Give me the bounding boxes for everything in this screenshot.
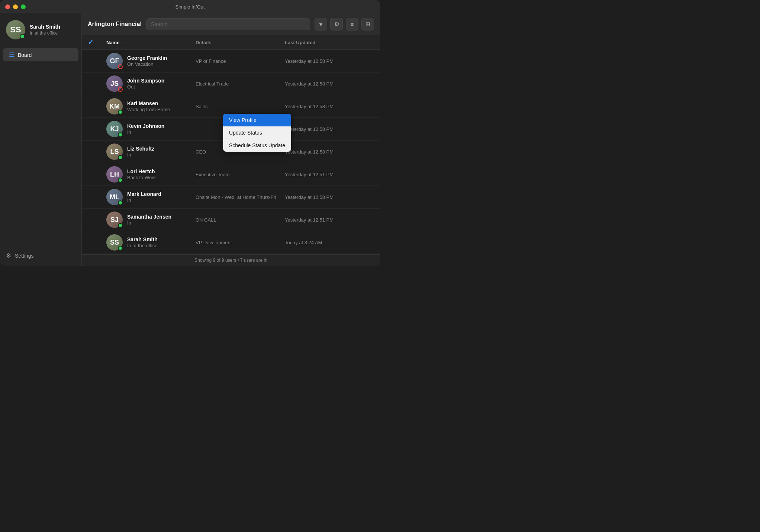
person-name: Mark Leonard — [127, 191, 161, 197]
person-name: Liz Schultz — [127, 146, 154, 152]
status-text: Showing 9 of 9 users • 7 users are in — [194, 258, 267, 263]
check-all-icon[interactable]: ✓ — [88, 38, 93, 46]
sidebar: SS Sarah Smith In at the office ☰ Board … — [0, 13, 82, 266]
status-dot — [118, 223, 123, 228]
profile-status-dot — [20, 34, 25, 39]
titlebar: Simple In/Out — [0, 0, 380, 13]
gear-icon: ⚙ — [6, 252, 11, 259]
table-row[interactable]: JS John Sampson Out Electrical Trade Yes… — [82, 72, 380, 95]
person-status: Working from Home — [127, 107, 170, 112]
status-dot — [118, 110, 123, 115]
gear-icon: ⚙ — [334, 21, 339, 28]
avatar-wrap: JS — [106, 75, 123, 92]
maximize-button[interactable] — [21, 4, 26, 9]
board-label: Board — [18, 52, 32, 58]
org-name: Arlington Financial — [88, 21, 142, 28]
profile-info: Sarah Smith In at the office — [30, 24, 75, 36]
table-row[interactable]: SS Sarah Smith In at the office VP Devel… — [82, 231, 380, 254]
person-name: George Franklin — [127, 55, 167, 61]
table-row[interactable]: ML Mark Leonard In Onsite Mon - Wed, at … — [82, 186, 380, 209]
avatar-wrap: SS — [106, 234, 123, 251]
status-dot — [118, 246, 123, 251]
main-content: Arlington Financial ▼ ⚙ ≡ ⊞ — [82, 13, 380, 266]
row-updated: Yesterday at 12:51 PM — [285, 172, 374, 177]
row-updated: Today at 8:24 AM — [285, 240, 374, 245]
person-status: Out — [127, 84, 164, 90]
name-header: Name ↑ — [106, 40, 123, 45]
th-name[interactable]: Name ↑ — [106, 38, 196, 46]
avatar: SS — [6, 20, 25, 39]
table-row[interactable]: LH Lori Hertch Back to Work Executive Te… — [82, 163, 380, 186]
row-person: JS John Sampson Out — [106, 75, 196, 92]
row-person: LS Liz Schultz In — [106, 144, 196, 160]
th-check: ✓ — [88, 38, 106, 46]
context-menu-schedule-status[interactable]: Schedule Status Update — [223, 139, 291, 152]
person-name: Samantha Jensen — [127, 214, 171, 220]
profile-name: Sarah Smith — [30, 24, 75, 30]
board-icon: ☰ — [9, 51, 14, 58]
row-updated: Yesterday at 12:58 PM — [285, 194, 374, 200]
row-detail: ON CALL — [196, 217, 285, 223]
person-status: On Vacation — [127, 61, 167, 67]
context-menu: View Profile Update Status Schedule Stat… — [223, 114, 291, 152]
search-wrap — [146, 18, 310, 30]
table-row[interactable]: KM Kari Mansen Working from Home Sales Y… — [82, 95, 380, 118]
row-person: KM Kari Mansen Working from Home — [106, 98, 196, 115]
status-dot — [118, 64, 123, 69]
table-header: ✓ Name ↑ Details Last Updated — [82, 35, 380, 50]
row-detail: VP of Finance — [196, 58, 285, 64]
sidebar-nav: ☰ Board — [0, 45, 81, 64]
table-row[interactable]: GF George Franklin On Vacation VP of Fin… — [82, 50, 380, 72]
window-controls[interactable] — [5, 4, 26, 9]
toolbar: Arlington Financial ▼ ⚙ ≡ ⊞ — [82, 13, 380, 35]
row-updated: Yesterday at 12:58 PM — [285, 58, 374, 64]
row-updated: Yesterday at 12:58 PM — [285, 149, 374, 155]
person-name: Sarah Smith — [127, 236, 158, 242]
context-menu-view-profile[interactable]: View Profile — [223, 114, 291, 126]
close-button[interactable] — [5, 4, 10, 9]
avatar-wrap: SJ — [106, 212, 123, 228]
row-detail: Electrical Trade — [196, 81, 285, 87]
filter-button[interactable]: ▼ — [315, 18, 327, 30]
status-dot — [118, 178, 123, 183]
row-detail: Onsite Mon - Wed, at Home Thurs-Fri — [196, 194, 285, 200]
person-name: John Sampson — [127, 78, 164, 84]
status-dot — [118, 200, 123, 205]
person-status: In at the office — [127, 243, 158, 248]
row-updated: Yesterday at 12:58 PM — [285, 81, 374, 87]
filter-icon: ▼ — [318, 21, 324, 28]
list-view-button[interactable]: ≡ — [346, 18, 358, 30]
table-row[interactable]: SJ Samantha Jensen In ON CALL Yesterday … — [82, 209, 380, 231]
table-body: GF George Franklin On Vacation VP of Fin… — [82, 50, 380, 254]
person-name: Lori Hertch — [127, 168, 156, 174]
grid-view-button[interactable]: ⊞ — [361, 18, 374, 30]
avatar-wrap: LH — [106, 166, 123, 183]
toolbar-actions: ▼ ⚙ ≡ ⊞ — [315, 18, 374, 30]
settings-item[interactable]: ⚙ Settings — [0, 248, 81, 266]
person-status: In — [127, 152, 154, 158]
sidebar-item-board[interactable]: ☰ Board — [3, 48, 78, 61]
settings-button[interactable]: ⚙ — [330, 18, 343, 30]
th-last-updated: Last Updated — [285, 38, 374, 46]
grid-icon: ⊞ — [365, 21, 370, 28]
row-detail: Sales — [196, 104, 285, 109]
sidebar-profile[interactable]: SS Sarah Smith In at the office — [0, 13, 81, 45]
profile-status: In at the office — [30, 30, 75, 36]
search-input[interactable] — [146, 18, 310, 30]
status-bar: Showing 9 of 9 users • 7 users are in — [82, 254, 380, 266]
row-updated: Yesterday at 12:58 PM — [285, 126, 374, 132]
row-person: GF George Franklin On Vacation — [106, 53, 196, 69]
status-dot — [118, 132, 123, 137]
status-dot — [118, 87, 123, 92]
row-person: ML Mark Leonard In — [106, 189, 196, 205]
person-name: Kevin Johnson — [127, 123, 164, 129]
row-person: SS Sarah Smith In at the office — [106, 234, 196, 251]
avatar-wrap: ML — [106, 189, 123, 205]
context-menu-update-status[interactable]: Update Status — [223, 126, 291, 139]
minimize-button[interactable] — [13, 4, 18, 9]
row-detail: Executive Team — [196, 172, 285, 177]
avatar-wrap: LS — [106, 144, 123, 160]
settings-label: Settings — [15, 253, 34, 259]
avatar-wrap: KM — [106, 98, 123, 115]
window-title: Simple In/Out — [175, 4, 205, 10]
